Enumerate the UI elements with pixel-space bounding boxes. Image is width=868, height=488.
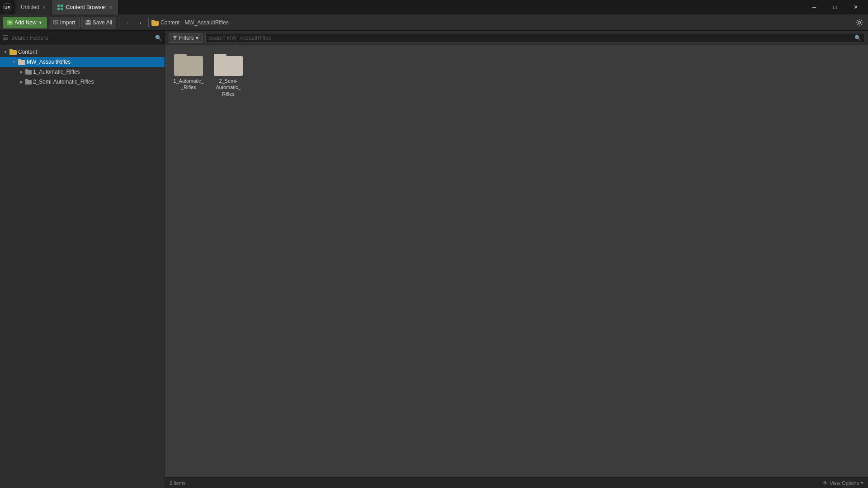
folder-2-shape xyxy=(214,52,243,76)
maximize-button[interactable]: □ xyxy=(825,0,845,14)
filters-arrow: ▾ xyxy=(196,35,198,41)
breadcrumb-mw-assaultrifles[interactable]: MW_AssaultRifles xyxy=(184,19,228,26)
tab-content-browser-label: Content Browser xyxy=(66,4,106,10)
add-new-label: Add New xyxy=(14,19,37,26)
status-bar: 2 items 👁 View Options ▾ xyxy=(165,477,868,488)
breadcrumb-folder-icon xyxy=(151,19,159,26)
svg-rect-27 xyxy=(214,56,243,76)
title-bar: UE Untitled ✕ Content Browser ✕ ─ □ ✕ xyxy=(0,0,868,14)
svg-point-15 xyxy=(859,21,861,23)
content-search-input[interactable] xyxy=(208,35,854,41)
sidebar: ☰ 🔍 ▼ Content ▼ M xyxy=(0,31,165,488)
auto-label: 1_Automatic_Rifles xyxy=(33,69,80,75)
mw-label: MW_AssaultRifles xyxy=(27,59,71,65)
folder-1-icon xyxy=(174,52,203,76)
breadcrumb: Content › MW_AssaultRifles › xyxy=(160,19,232,26)
breadcrumb-content[interactable]: Content xyxy=(160,19,179,26)
window-controls: ─ □ ✕ xyxy=(804,0,866,14)
folder-2-icon xyxy=(214,52,243,76)
app-logo: UE xyxy=(2,2,13,13)
add-new-button[interactable]: + Add New ▼ xyxy=(3,17,47,28)
mw-folder-icon xyxy=(18,59,25,65)
item-count: 2 items xyxy=(170,480,185,486)
folder-icon xyxy=(9,49,17,55)
svg-rect-3 xyxy=(61,5,63,7)
import-icon xyxy=(53,20,58,25)
filters-button[interactable]: Filters ▾ xyxy=(169,33,203,43)
nav-forward-icon: › xyxy=(139,19,142,26)
mw-expand-icon[interactable]: ▼ xyxy=(11,60,17,64)
folder-grid: 1_Automatic__Rifles 2_Semi-Automatic_Rif… xyxy=(165,45,868,477)
folder-1-shape xyxy=(174,52,203,76)
tab-untitled-close[interactable]: ✕ xyxy=(42,5,46,10)
breadcrumb-arrow-2: › xyxy=(231,20,232,25)
sidebar-toggle-button[interactable]: ☰ xyxy=(3,34,9,42)
folder-item-2-semi-automatic-rifles[interactable]: 2_Semi-Automatic_Rifles xyxy=(210,51,246,99)
semi-label: 2_Semi-Automatic_Rifles xyxy=(33,79,94,85)
toolbar-separator-2 xyxy=(148,18,149,27)
tab-content-browser-close[interactable]: ✕ xyxy=(109,5,113,10)
auto-folder-icon xyxy=(25,69,32,75)
svg-rect-19 xyxy=(18,59,21,61)
main-area: ☰ 🔍 ▼ Content ▼ M xyxy=(0,31,868,488)
svg-rect-26 xyxy=(174,54,187,59)
expand-icon[interactable]: ▼ xyxy=(3,50,8,54)
minimize-button[interactable]: ─ xyxy=(804,0,825,14)
add-new-dropdown-arrow: ▼ xyxy=(38,20,42,25)
sidebar-search-bar: ☰ 🔍 xyxy=(0,31,165,45)
breadcrumb-content-label: Content xyxy=(160,19,179,26)
plus-icon: + xyxy=(7,20,13,25)
nav-forward-button[interactable]: › xyxy=(135,17,146,28)
svg-rect-4 xyxy=(57,8,60,10)
filter-icon xyxy=(173,36,177,40)
save-icon xyxy=(85,20,91,25)
breadcrumb-mw-label: MW_AssaultRifles xyxy=(184,19,228,26)
tab-untitled-label: Untitled xyxy=(21,4,39,10)
grid-icon xyxy=(57,4,63,10)
nav-back-button[interactable]: ‹ xyxy=(122,17,133,28)
import-label: Import xyxy=(60,19,75,26)
save-all-button[interactable]: Save All xyxy=(81,17,116,28)
sidebar-item-2-semi-automatic-rifles[interactable]: ▶ 2_Semi-Automatic_Rifles xyxy=(0,77,165,87)
svg-text:+: + xyxy=(9,20,11,25)
svg-rect-25 xyxy=(174,56,203,76)
svg-rect-2 xyxy=(57,5,60,7)
filters-label: Filters xyxy=(179,35,194,41)
folder-2-label: 2_Semi-Automatic_Rifles xyxy=(216,78,241,97)
svg-rect-11 xyxy=(87,20,90,22)
svg-text:UE: UE xyxy=(5,5,10,10)
semi-folder-icon xyxy=(25,79,32,84)
close-button[interactable]: ✕ xyxy=(845,0,866,14)
svg-rect-14 xyxy=(151,20,155,22)
tab-content-browser[interactable]: Content Browser ✕ xyxy=(52,0,118,14)
auto-expand-icon[interactable]: ▶ xyxy=(19,70,24,74)
svg-rect-17 xyxy=(9,49,13,52)
breadcrumb-arrow-1: › xyxy=(181,20,183,25)
search-folders-input[interactable] xyxy=(11,35,153,41)
status-right: 👁 View Options ▾ xyxy=(823,480,863,486)
toolbar: + Add New ▼ Import Save All ‹ › xyxy=(0,14,868,31)
settings-icon-button[interactable] xyxy=(854,17,865,28)
sidebar-tree: ▼ Content ▼ MW_AssaultRifles xyxy=(0,45,165,488)
folder-item-1-automatic-rifles[interactable]: 1_Automatic__Rifles xyxy=(170,51,207,99)
content-toolbar: Filters ▾ 🔍 xyxy=(165,31,868,45)
content-search-bar: 🔍 xyxy=(205,33,864,43)
content-search-icon[interactable]: 🔍 xyxy=(854,35,861,41)
view-options-label: View Options xyxy=(830,480,859,486)
sidebar-item-content[interactable]: ▼ Content xyxy=(0,47,165,57)
svg-rect-5 xyxy=(61,8,63,10)
save-all-label: Save All xyxy=(93,19,112,26)
toolbar-separator xyxy=(119,18,119,27)
settings-icon xyxy=(856,19,863,26)
svg-rect-12 xyxy=(86,23,90,24)
svg-rect-21 xyxy=(25,69,28,71)
view-options-button[interactable]: 👁 View Options ▾ xyxy=(823,480,863,486)
eye-icon: 👁 xyxy=(823,480,828,486)
tab-untitled[interactable]: Untitled ✕ xyxy=(15,0,52,14)
semi-expand-icon[interactable]: ▶ xyxy=(19,80,24,84)
search-icon[interactable]: 🔍 xyxy=(155,35,162,41)
import-button[interactable]: Import xyxy=(49,17,80,28)
sidebar-item-mw-assaultrifles[interactable]: ▼ MW_AssaultRifles xyxy=(0,57,165,67)
view-options-arrow: ▾ xyxy=(861,480,863,486)
sidebar-item-1-automatic-rifles[interactable]: ▶ 1_Automatic_Rifles xyxy=(0,67,165,77)
